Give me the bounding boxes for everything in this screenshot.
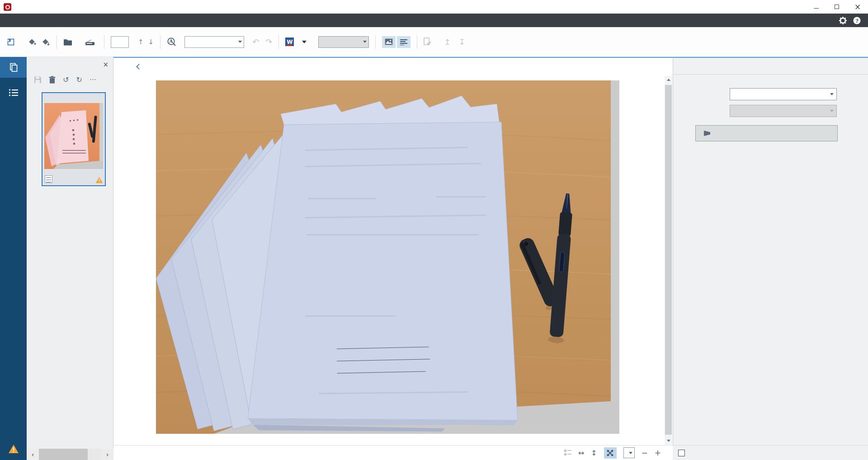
zoom-in-icon[interactable]: + bbox=[655, 448, 661, 457]
grid-type-select[interactable] bbox=[730, 88, 837, 100]
recognize-button[interactable]: A bbox=[167, 37, 179, 47]
maximize-icon bbox=[835, 5, 839, 9]
next-page-checkbox[interactable] bbox=[678, 450, 685, 456]
text-lines-icon bbox=[400, 39, 407, 45]
thumbnail-warning-icon bbox=[95, 177, 103, 183]
word-icon: W bbox=[285, 38, 294, 46]
fit-page-button[interactable] bbox=[604, 447, 617, 459]
import-down-icon[interactable]: ↧ bbox=[459, 38, 465, 47]
diamond-arrow-icon[interactable] bbox=[41, 38, 50, 47]
exit-image-editor-button[interactable] bbox=[137, 65, 145, 69]
nav-list-tab[interactable] bbox=[0, 82, 27, 103]
editor-vertical-scrollbar[interactable] bbox=[665, 76, 672, 445]
send-menu-caret-icon[interactable] bbox=[302, 41, 307, 43]
new-task-button[interactable] bbox=[6, 38, 18, 46]
apply-correction-button[interactable] bbox=[695, 125, 838, 141]
scrollbar-thumb[interactable] bbox=[665, 85, 672, 435]
scroll-up-icon[interactable] bbox=[665, 76, 672, 84]
zoom-select[interactable] bbox=[623, 447, 635, 458]
chevron-down-icon bbox=[830, 110, 834, 112]
fit-height-icon[interactable]: ↕ bbox=[591, 449, 597, 457]
help-icon[interactable]: ? bbox=[853, 17, 861, 24]
fit-width-icon[interactable]: ↔ bbox=[578, 449, 584, 457]
delete-icon[interactable] bbox=[49, 76, 56, 84]
maximize-button[interactable] bbox=[826, 0, 847, 14]
save-icon[interactable] bbox=[34, 76, 42, 84]
rotate-cw-icon[interactable]: ↻ bbox=[76, 75, 82, 84]
language-select[interactable] bbox=[184, 36, 244, 48]
editor-bottom-bar: ↔ ↕ − + bbox=[113, 445, 673, 460]
page-type-badge-icon bbox=[45, 175, 52, 183]
scroll-right-icon[interactable]: › bbox=[101, 449, 113, 460]
previous-page-icon[interactable]: ↑ bbox=[138, 38, 144, 46]
nav-pages-tab[interactable] bbox=[0, 57, 27, 78]
image-tools-panel bbox=[673, 57, 868, 460]
chevron-down-icon bbox=[629, 452, 632, 454]
chevron-down-icon bbox=[238, 41, 242, 43]
pages-horizontal-scrollbar[interactable]: ‹ › bbox=[27, 449, 113, 460]
scan-button[interactable] bbox=[85, 38, 98, 46]
image-editor-area: ↔ ↕ − + bbox=[113, 57, 673, 460]
title-bar: × bbox=[0, 0, 868, 14]
svg-text:A: A bbox=[169, 38, 174, 44]
main-toolbar: ↑ ↓ A ↶ ↷ W ↥ ↧ bbox=[0, 27, 868, 57]
chevron-down-icon bbox=[830, 93, 834, 95]
image-view-toggle[interactable] bbox=[382, 36, 396, 48]
close-button[interactable]: × bbox=[847, 0, 868, 14]
list-icon bbox=[9, 89, 19, 97]
scanner-icon bbox=[85, 38, 95, 46]
send-to-word-button[interactable]: W bbox=[285, 38, 307, 46]
fit-page-icon bbox=[607, 450, 613, 456]
photo-edge-object bbox=[611, 80, 619, 434]
warning-icon bbox=[8, 444, 19, 454]
close-icon: × bbox=[854, 3, 861, 11]
abbyy-logo-icon bbox=[4, 3, 11, 11]
recognize-icon: A bbox=[167, 37, 176, 47]
rotate-ccw-icon[interactable]: ↺ bbox=[63, 75, 69, 84]
selection-select bbox=[730, 105, 837, 117]
contract-document bbox=[248, 122, 518, 420]
gear-icon[interactable] bbox=[839, 17, 847, 24]
next-page-option-bar bbox=[673, 445, 868, 460]
text-view-toggle[interactable] bbox=[397, 36, 410, 48]
verify-button[interactable] bbox=[424, 38, 434, 46]
image-icon bbox=[385, 38, 393, 45]
chevron-left-icon bbox=[136, 64, 142, 70]
folder-icon bbox=[63, 38, 72, 46]
diamond-plus-icon[interactable] bbox=[28, 38, 37, 47]
redo-icon[interactable]: ↷ bbox=[265, 37, 272, 47]
svg-text:?: ? bbox=[855, 18, 858, 23]
open-button[interactable] bbox=[63, 38, 75, 46]
pages-panel: × ↺ ↻ ⋯ ‹ › bbox=[27, 57, 113, 460]
trapezoid-correction-section bbox=[673, 74, 868, 150]
left-nav-strip bbox=[0, 57, 27, 460]
zoom-out-icon[interactable]: − bbox=[642, 448, 648, 457]
next-page-icon[interactable]: ↓ bbox=[148, 38, 154, 46]
undo-icon[interactable]: ↶ bbox=[252, 37, 259, 47]
scroll-down-icon[interactable] bbox=[665, 437, 672, 445]
page-thumbnail[interactable] bbox=[42, 92, 106, 186]
chevron-down-icon bbox=[363, 41, 367, 43]
page-number-input[interactable] bbox=[111, 36, 129, 48]
pages-icon bbox=[9, 62, 19, 72]
close-panel-icon[interactable]: × bbox=[103, 61, 108, 69]
menu-bar: ? bbox=[0, 14, 868, 27]
scrollbar-thumb[interactable] bbox=[39, 449, 88, 460]
send-format-select[interactable] bbox=[318, 36, 369, 48]
trapezoid-icon bbox=[703, 129, 712, 137]
photo-canvas bbox=[156, 80, 619, 434]
minimize-icon bbox=[814, 8, 819, 9]
minimize-button[interactable] bbox=[806, 0, 826, 14]
page-thumbnail-image bbox=[44, 103, 103, 169]
scroll-left-icon[interactable]: ‹ bbox=[27, 449, 39, 460]
more-icon[interactable]: ⋯ bbox=[90, 75, 97, 84]
verify-icon bbox=[424, 38, 431, 46]
thumbnail-size-icon[interactable] bbox=[564, 450, 571, 456]
export-up-icon[interactable]: ↥ bbox=[444, 38, 450, 47]
new-task-icon bbox=[6, 38, 15, 46]
